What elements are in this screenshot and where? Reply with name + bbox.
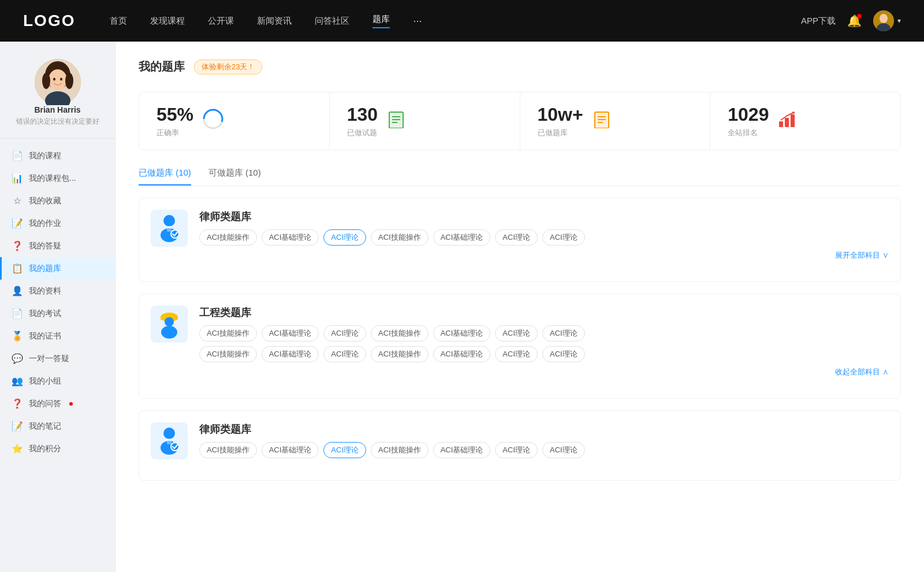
eng-tag-2[interactable]: ACI理论 (323, 325, 366, 341)
stat-done-questions-label: 已做试题 (347, 128, 378, 138)
collapse-engineer[interactable]: 收起全部科目 ∧ (199, 367, 889, 377)
menu-homework[interactable]: 📝 我的作业 (0, 212, 115, 235)
law2-tag-2-active[interactable]: ACI理论 (323, 442, 366, 458)
tag-0[interactable]: ACI技能操作 (199, 229, 257, 246)
tag-5[interactable]: ACI理论 (495, 229, 538, 246)
bank-lawyer-1-title: 律师类题库 (199, 210, 889, 224)
bank-card-engineer-info: 工程类题库 ACI技能操作 ACI基础理论 ACI理论 ACI技能操作 ACI基… (199, 306, 889, 377)
avatar (873, 10, 894, 31)
bank-lawyer-2-tags: ACI技能操作 ACI基础理论 ACI理论 ACI技能操作 ACI基础理论 AC… (199, 442, 889, 458)
menu-my-courses[interactable]: 📄 我的课程 (0, 144, 115, 167)
trial-badge: 体验剩余23天！ (194, 60, 262, 75)
nav-qa[interactable]: 问答社区 (315, 16, 349, 27)
bank-card-engineer: 工程类题库 ACI技能操作 ACI基础理论 ACI理论 ACI技能操作 ACI基… (139, 294, 901, 399)
menu-notes[interactable]: 📝 我的笔记 (0, 415, 115, 437)
page-title: 我的题库 (139, 59, 185, 75)
menu-course-packages[interactable]: 📊 我的课程包... (0, 167, 115, 190)
stat-accuracy: 55% 正确率 (139, 92, 330, 150)
eng-tag2-2[interactable]: ACI理论 (323, 346, 366, 362)
law2-tag-0[interactable]: ACI技能操作 (199, 442, 257, 458)
law2-tag-5[interactable]: ACI理论 (495, 442, 538, 458)
bank-card-lawyer-1-info: 律师类题库 ACI技能操作 ACI基础理论 ACI理论 ACI技能操作 ACI基… (199, 210, 889, 261)
tag-2-active[interactable]: ACI理论 (323, 229, 366, 246)
nav-questionbank[interactable]: 题库 (372, 14, 390, 28)
eng-tag-6[interactable]: ACI理论 (542, 325, 585, 341)
svg-rect-24 (785, 118, 789, 127)
stat-accuracy-icon (203, 109, 223, 133)
svg-rect-37 (167, 439, 172, 444)
stat-done-banks-label: 已做题库 (538, 128, 583, 138)
topnav-right: APP下载 🔔 ▾ (801, 10, 901, 31)
eng-tag-0[interactable]: ACI技能操作 (199, 325, 257, 341)
bank-engineer-tags-row2: ACI技能操作 ACI基础理论 ACI理论 ACI技能操作 ACI基础理论 AC… (199, 346, 889, 362)
menu-points[interactable]: ⭐ 我的积分 (0, 437, 115, 460)
nav-home[interactable]: 首页 (110, 16, 127, 27)
stat-ranking: 1029 全站排名 (710, 92, 900, 150)
tag-6[interactable]: ACI理论 (542, 229, 585, 246)
menu-certificate[interactable]: 🏅 我的证书 (0, 325, 115, 347)
tag-3[interactable]: ACI技能操作 (371, 229, 429, 246)
notification-bell[interactable]: 🔔 (847, 14, 862, 28)
menu-profile[interactable]: 👤 我的资料 (0, 280, 115, 302)
tag-1[interactable]: ACI基础理论 (262, 229, 319, 246)
sidebar-menu: 📄 我的课程 📊 我的课程包... ☆ 我的收藏 📝 我的作业 ❓ 我的答疑 📋 (0, 139, 115, 466)
points-icon: ⭐ (12, 443, 23, 454)
profile-motto: 错误的决定比没有决定要好 (16, 117, 99, 127)
certificate-icon: 🏅 (12, 330, 23, 341)
page-header: 我的题库 体验剩余23天！ (139, 59, 901, 75)
menu-questionbank[interactable]: 📋 我的题库 (0, 257, 115, 280)
download-button[interactable]: APP下载 (801, 16, 836, 27)
lawyer-2-icon (151, 422, 188, 459)
menu-favorites[interactable]: ☆ 我的收藏 (0, 190, 115, 212)
eng-tag-3[interactable]: ACI技能操作 (371, 325, 429, 341)
svg-point-1 (880, 14, 888, 23)
tab-done-banks[interactable]: 已做题库 (10) (139, 168, 191, 185)
svg-point-10 (60, 78, 62, 81)
eng-tag2-1[interactable]: ACI基础理论 (262, 346, 319, 362)
notes-icon: 📝 (12, 421, 23, 432)
favorites-icon: ☆ (12, 195, 23, 206)
eng-tag2-5[interactable]: ACI理论 (495, 346, 538, 362)
tab-available-banks[interactable]: 可做题库 (10) (208, 168, 261, 185)
profile-avatar (35, 59, 81, 105)
bank-engineer-title: 工程类题库 (199, 306, 889, 320)
menu-qa[interactable]: ❓ 我的答疑 (0, 235, 115, 257)
stat-done-questions: 130 已做试题 (330, 92, 520, 150)
eng-tag2-6[interactable]: ACI理论 (542, 346, 585, 362)
law2-tag-3[interactable]: ACI技能操作 (371, 442, 429, 458)
tag-4[interactable]: ACI基础理论 (433, 229, 491, 246)
bank-card-lawyer-1-header: 律师类题库 ACI技能操作 ACI基础理论 ACI理论 ACI技能操作 ACI基… (151, 210, 889, 261)
bank-card-lawyer-2-info: 律师类题库 ACI技能操作 ACI基础理论 ACI理论 ACI技能操作 ACI基… (199, 422, 889, 458)
menu-group[interactable]: 👥 我的小组 (0, 370, 115, 392)
eng-tag2-3[interactable]: ACI技能操作 (371, 346, 429, 362)
bank-card-lawyer-1: 律师类题库 ACI技能操作 ACI基础理论 ACI理论 ACI技能操作 ACI基… (139, 198, 901, 282)
svg-point-34 (161, 326, 177, 339)
user-avatar-button[interactable]: ▾ (873, 10, 901, 31)
nav-discover[interactable]: 发现课程 (150, 16, 185, 27)
tabs-row: 已做题库 (10) 可做题库 (10) (139, 168, 901, 186)
content-wrapper: 我的题库 体验剩余23天！ 55% 正确率 (116, 42, 924, 510)
expand-lawyer-1[interactable]: 展开全部科目 ∨ (199, 250, 889, 261)
stat-ranking-value: 1029 (728, 104, 769, 125)
stat-done-questions-text: 130 已做试题 (347, 104, 378, 138)
bank-card-lawyer-2-header: 律师类题库 ACI技能操作 ACI基础理论 ACI理论 ACI技能操作 ACI基… (151, 422, 889, 459)
menu-one-on-one[interactable]: 💬 一对一答疑 (0, 347, 115, 370)
eng-tag-5[interactable]: ACI理论 (495, 325, 538, 341)
law2-tag-1[interactable]: ACI基础理论 (262, 442, 319, 458)
engineer-icon-wrap (151, 306, 188, 343)
nav-more[interactable]: ··· (413, 15, 422, 27)
eng-tag-1[interactable]: ACI基础理论 (262, 325, 319, 341)
bank-card-engineer-header: 工程类题库 ACI技能操作 ACI基础理论 ACI理论 ACI技能操作 ACI基… (151, 306, 889, 377)
eng-tag2-0[interactable]: ACI技能操作 (199, 346, 257, 362)
eng-tag2-4[interactable]: ACI基础理论 (433, 346, 491, 362)
nav-opencourse[interactable]: 公开课 (208, 16, 234, 27)
nav-news[interactable]: 新闻资讯 (257, 16, 292, 27)
exam-icon: 📄 (12, 308, 23, 319)
menu-exam[interactable]: 📄 我的考试 (0, 302, 115, 325)
eng-tag-4[interactable]: ACI基础理论 (433, 325, 491, 341)
law2-tag-6[interactable]: ACI理论 (542, 442, 585, 458)
profile-section: Brian Harris 错误的决定比没有决定要好 (0, 53, 115, 139)
law2-tag-4[interactable]: ACI基础理论 (433, 442, 491, 458)
bank-lawyer-1-tags: ACI技能操作 ACI基础理论 ACI理论 ACI技能操作 ACI基础理论 AC… (199, 229, 889, 246)
menu-myqa[interactable]: ❓ 我的问答 (0, 392, 115, 415)
